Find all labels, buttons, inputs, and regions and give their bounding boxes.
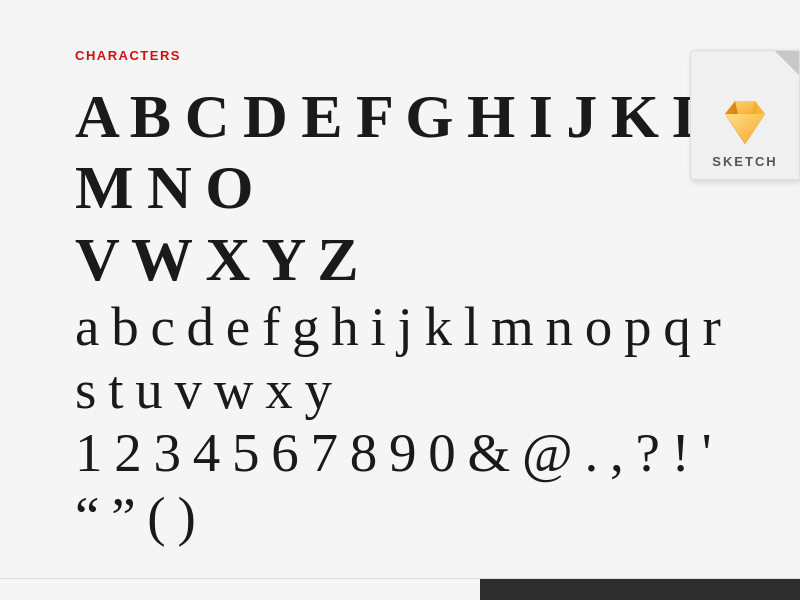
characters-label: CHARACTERS <box>75 48 725 63</box>
sketch-gem-icon <box>715 96 775 146</box>
chars-row4: 1 2 3 4 5 6 7 8 9 0 & @ . , ? ! ' “ ” ( … <box>75 421 725 548</box>
svg-marker-3 <box>725 114 765 144</box>
chars-row1: A B C D E F G H I J K L M N O <box>75 81 725 224</box>
sketch-label: SKETCH <box>712 154 777 169</box>
chars-row3: a b c d e f g h i j k l m n o p q r s t … <box>75 295 725 422</box>
grey-scale-left: GREY SCALE AT 21px #000 Integer posuere … <box>0 579 480 600</box>
characters-display: A B C D E F G H I J K L M N O V W X Y Z … <box>75 81 725 548</box>
sketch-paper: SKETCH <box>690 50 800 180</box>
grey-scale-right: #FFF Integer posuere erat a ante venenat… <box>480 579 800 600</box>
grey-scale-section: GREY SCALE AT 21px #000 Integer posuere … <box>0 579 800 600</box>
characters-section: CHARACTERS A B C D E F G H I J K L M N O… <box>0 0 800 578</box>
chars-row2: V W X Y Z <box>75 224 725 295</box>
sketch-icon-container: SKETCH <box>680 30 800 180</box>
